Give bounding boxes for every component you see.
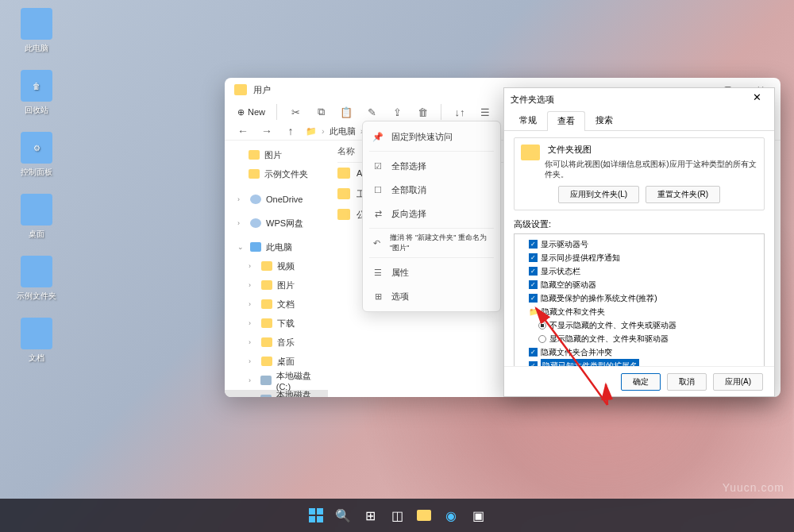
tree-item[interactable]: ✓隐藏文件夹合并冲突 xyxy=(519,345,759,359)
tree-item-hide-extensions[interactable]: ✓隐藏已知文件类型的扩展名 xyxy=(519,359,759,366)
widgets-button[interactable]: ◫ xyxy=(386,504,408,526)
drive-icon xyxy=(260,376,272,385)
checkbox-icon[interactable]: ✓ xyxy=(529,348,538,357)
copy-button[interactable]: ⧉ xyxy=(310,102,331,122)
checkbox-icon[interactable]: ✓ xyxy=(529,267,538,276)
reset-folders-button[interactable]: 重置文件夹(R) xyxy=(646,186,720,203)
edge-taskbar-icon[interactable]: ◉ xyxy=(440,504,462,526)
desktop-folder-icon xyxy=(261,357,272,366)
tab-view[interactable]: 查看 xyxy=(547,111,585,131)
tree-item[interactable]: ✓隐藏空的驱动器 xyxy=(519,278,759,291)
tree-item[interactable]: ✓显示状态栏 xyxy=(519,264,759,278)
ctx-pin[interactable]: 📌固定到快速访问 xyxy=(363,125,500,148)
sort-button[interactable]: ↓↑ xyxy=(449,102,470,122)
new-button[interactable]: ⊕ New xyxy=(234,102,268,122)
folder-icon xyxy=(521,145,540,160)
sidebar-item-pc[interactable]: ⌄此电脑 xyxy=(225,237,328,256)
task-view-button[interactable]: ⊞ xyxy=(359,504,381,526)
options-icon: ⊞ xyxy=(372,291,384,302)
sidebar-item[interactable]: ›文档 xyxy=(225,295,328,314)
sidebar-item-drive-c[interactable]: ›本地磁盘 (C:) xyxy=(225,371,328,390)
tab-general[interactable]: 常规 xyxy=(509,110,547,130)
select-all-icon: ☑ xyxy=(372,160,384,172)
dialog-tabs: 常规 查看 搜索 xyxy=(504,110,774,131)
explorer-taskbar-icon[interactable] xyxy=(413,504,435,526)
dialog-title: 文件夹选项 xyxy=(511,94,746,106)
advanced-settings-tree[interactable]: ✓显示驱动器号 ✓显示同步提供程序通知 ✓显示状态栏 ✓隐藏空的驱动器 ✓隐藏受… xyxy=(514,233,765,366)
checkbox-icon[interactable]: ✓ xyxy=(529,240,538,249)
desktop-icon-pc[interactable]: 此电脑 xyxy=(13,8,60,54)
sidebar-item[interactable]: ›音乐 xyxy=(225,333,328,352)
tab-search[interactable]: 搜索 xyxy=(585,110,623,130)
folder-icon xyxy=(21,194,52,226)
ctx-options[interactable]: ⊞选项 xyxy=(363,284,500,308)
checkbox-icon[interactable]: ✓ xyxy=(529,294,538,303)
desktop-icon-folder2[interactable]: 示例文件夹 xyxy=(13,256,60,302)
delete-button[interactable]: 🗑 xyxy=(412,102,433,122)
drive-icon xyxy=(260,395,272,397)
advanced-label: 高级设置: xyxy=(514,218,765,230)
tree-item[interactable]: ✓显示驱动器号 xyxy=(519,237,759,251)
forward-button[interactable]: → xyxy=(258,122,276,140)
dialog-close-button[interactable]: ✕ xyxy=(746,91,768,107)
search-button[interactable]: 🔍 xyxy=(332,504,354,526)
folder-icon xyxy=(337,188,350,199)
radio-icon[interactable] xyxy=(538,335,546,343)
properties-icon: ☰ xyxy=(372,267,384,278)
desktop-icon-folder3[interactable]: 文档 xyxy=(13,318,60,364)
start-button[interactable] xyxy=(305,504,327,526)
sidebar-item[interactable]: 图片 xyxy=(225,145,328,164)
select-none-icon: ☐ xyxy=(372,184,384,195)
tree-item[interactable]: 显示隐藏的文件、文件夹和驱动器 xyxy=(519,332,759,345)
folder-icon xyxy=(21,318,52,349)
apply-button[interactable]: 应用(A) xyxy=(713,373,763,391)
tree-item[interactable]: ✓显示同步提供程序通知 xyxy=(519,251,759,264)
back-button[interactable]: ← xyxy=(234,122,252,140)
tree-item[interactable]: 不显示隐藏的文件、文件夹或驱动器 xyxy=(519,318,759,332)
folder-options-dialog: 文件夹选项 ✕ 常规 查看 搜索 文件夹视图 你可以将此视图(如详细信息或图标)… xyxy=(503,87,775,397)
sidebar-item-drive-d[interactable]: ›本地磁盘 (D:) xyxy=(225,390,328,397)
desktop-icon-panel[interactable]: ⚙控制面板 xyxy=(13,132,60,178)
desktop-icon-folder1[interactable]: 桌面 xyxy=(13,194,60,240)
sidebar-item[interactable]: ›桌面 xyxy=(225,352,328,371)
tree-item[interactable]: ✓隐藏受保护的操作系统文件(推荐) xyxy=(519,291,759,305)
radio-icon[interactable] xyxy=(538,322,546,330)
checkbox-icon[interactable]: ✓ xyxy=(529,280,538,289)
folder-icon: 📁 xyxy=(529,305,538,318)
tree-item-folder[interactable]: 📁隐藏文件和文件夹 xyxy=(519,305,759,318)
rename-button[interactable]: ✎ xyxy=(361,102,382,122)
ctx-select-all[interactable]: ☑全部选择 xyxy=(363,154,500,178)
ctx-undo[interactable]: ↶撤消 将 "新建文件夹" 重命名为 "图片" xyxy=(363,231,500,255)
checkbox-icon[interactable]: ✓ xyxy=(529,253,538,262)
apply-to-folders-button[interactable]: 应用到文件夹(L) xyxy=(558,186,639,203)
sidebar-item-onedrive[interactable]: ›OneDrive xyxy=(225,190,328,209)
downloads-icon xyxy=(261,318,272,328)
sidebar-item[interactable]: 示例文件夹 xyxy=(225,164,328,183)
folder-icon xyxy=(21,256,52,287)
share-button[interactable]: ⇪ xyxy=(387,102,407,122)
ok-button[interactable]: 确定 xyxy=(621,373,661,391)
desktop-icon-bin[interactable]: 🗑回收站 xyxy=(13,70,60,116)
view-button[interactable]: ☰ xyxy=(475,102,495,122)
folder-icon xyxy=(249,169,260,179)
sidebar-item[interactable]: ›图片 xyxy=(225,276,328,295)
wps-icon xyxy=(250,218,261,228)
sidebar-item[interactable]: ›下载 xyxy=(225,314,328,333)
recycle-bin-icon: 🗑 xyxy=(21,70,52,102)
svg-rect-1 xyxy=(317,508,323,515)
ctx-properties[interactable]: ☰属性 xyxy=(363,260,500,284)
watermark: Yuucn.com xyxy=(723,481,784,494)
sidebar-item-wps[interactable]: ›WPS网盘 xyxy=(225,214,328,233)
ctx-invert[interactable]: ⇄反向选择 xyxy=(363,202,500,226)
up-button[interactable]: ↑ xyxy=(282,122,299,140)
paste-button[interactable]: 📋 xyxy=(336,102,357,122)
cut-button[interactable]: ✂ xyxy=(285,102,306,122)
pin-icon: 📌 xyxy=(372,131,384,142)
ctx-select-none[interactable]: ☐全部取消 xyxy=(363,178,500,202)
cancel-button[interactable]: 取消 xyxy=(667,373,707,391)
folder-icon xyxy=(337,209,350,220)
dialog-footer: 确定 取消 应用(A) xyxy=(504,366,774,396)
svg-rect-0 xyxy=(309,508,315,515)
sidebar-item[interactable]: ›视频 xyxy=(225,256,328,276)
app-taskbar-icon[interactable]: ▣ xyxy=(467,504,489,526)
